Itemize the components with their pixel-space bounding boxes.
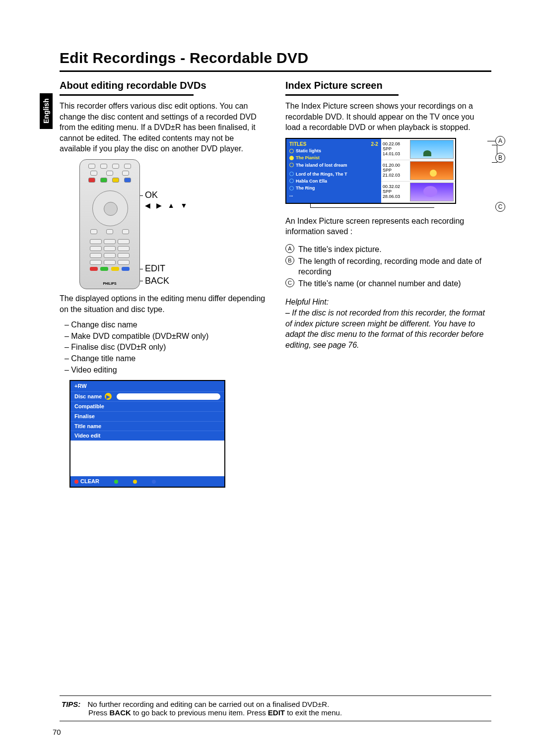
- section-rule: [60, 94, 194, 96]
- right-column: Index Picture screen The Index Picture s…: [285, 72, 491, 488]
- remote-illustration: PHILIPS: [79, 159, 140, 289]
- legend-intro: An Index Picture screen represents each …: [285, 216, 491, 237]
- edit-label: EDIT: [145, 263, 165, 273]
- section-heading-about: About editing recordable DVDs: [60, 79, 266, 92]
- callout-c: C: [495, 202, 505, 212]
- menu-row: Compatible: [70, 401, 224, 411]
- hint-body: – If the disc is not recorded from this …: [285, 308, 491, 350]
- list-item: Change title name: [65, 353, 266, 364]
- index-intro: The Index Picture screen shows your reco…: [285, 101, 491, 133]
- page-title: Edit Recordings - Recordable DVD: [60, 50, 491, 66]
- list-item: Finalise disc (DVD±R only): [65, 342, 266, 353]
- list-item: Video editing: [65, 365, 266, 376]
- ok-label: OK: [145, 190, 158, 200]
- tips-footer: TIPS: No further recording and editing c…: [60, 695, 491, 721]
- page-number: 70: [53, 728, 61, 736]
- edit-menu-screenshot: +RW Disc name▶ Compatible Finalise Title…: [69, 380, 225, 488]
- list-item: Change disc name: [65, 319, 266, 330]
- menu-row: Video edit: [70, 431, 224, 441]
- list-item: Make DVD compatible (DVD±RW only): [65, 331, 266, 342]
- section-rule: [285, 94, 399, 96]
- helpful-hint: Helpful Hint: – If the disc is not recor…: [285, 297, 491, 350]
- language-tab: English: [40, 93, 53, 129]
- remote-diagram: PHILIPS OK ◀ ▶ ▲ ▼ EDIT BACK: [79, 159, 266, 289]
- callout-a: A: [495, 136, 505, 146]
- menu-header: +RW: [70, 381, 224, 391]
- callout-b: B: [495, 153, 505, 163]
- hint-label: Helpful Hint:: [285, 297, 491, 308]
- brand-label: PHILIPS: [80, 281, 139, 286]
- remote-callouts: OK ◀ ▶ ▲ ▼ EDIT BACK: [145, 162, 189, 287]
- callout-legend: AThe title's index picture. BThe length …: [285, 244, 491, 289]
- left-column: About editing recordable DVDs This recor…: [60, 72, 266, 488]
- menu-footer: CLEAR: [70, 476, 224, 487]
- menu-row: Disc name▶: [70, 391, 224, 401]
- menu-row: Finalise: [70, 411, 224, 421]
- about-intro: This recorder offers various disc edit o…: [60, 101, 266, 154]
- arrow-label: ◀ ▶ ▲ ▼: [145, 201, 189, 210]
- tips-label: TIPS:: [62, 700, 80, 708]
- index-picture-diagram: TITLES2-2 Static lights The Pianist The …: [285, 138, 491, 204]
- section-heading-index: Index Picture screen: [285, 79, 491, 92]
- edit-options-list: Change disc name Make DVD compatible (DV…: [60, 319, 266, 375]
- options-intro: The displayed options in the editing men…: [60, 293, 266, 315]
- back-label: BACK: [145, 276, 169, 286]
- menu-row: Title name: [70, 421, 224, 431]
